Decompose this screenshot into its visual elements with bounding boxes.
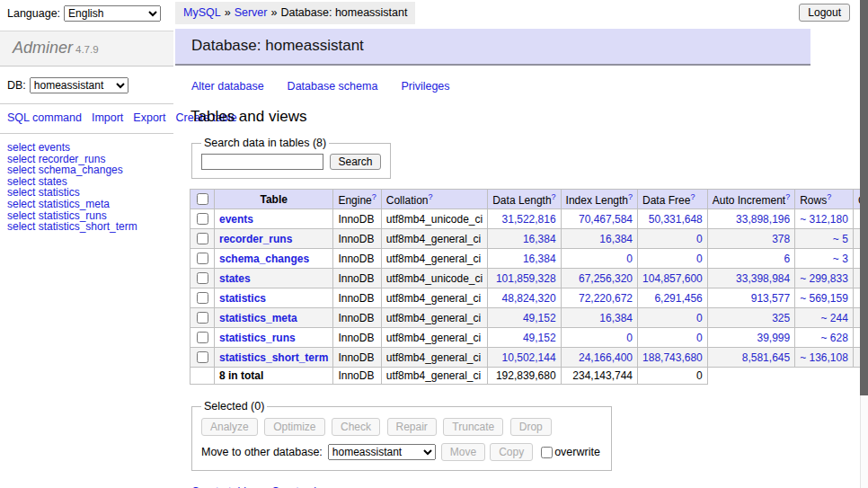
sidebar-item-select-statistics-short-term[interactable]: select statistics_short_term (7, 221, 173, 233)
auto-increment-value[interactable]: 33,898,196 (736, 213, 790, 226)
data-free-value[interactable]: 0 (696, 233, 703, 245)
row-checkbox[interactable] (197, 272, 208, 284)
truncate-button[interactable]: Truncate (443, 418, 503, 436)
auto-increment-value[interactable]: 6 (784, 253, 790, 265)
row-checkbox[interactable] (197, 312, 208, 324)
data-length-value[interactable]: 101,859,328 (496, 272, 556, 285)
logout-button[interactable]: Logout (799, 4, 850, 22)
table-link[interactable]: schema_changes (219, 253, 309, 265)
data-free-value[interactable]: 0 (696, 332, 703, 344)
table-link[interactable]: events (219, 213, 253, 226)
index-length-value[interactable]: 24,166,400 (579, 351, 633, 364)
db-select[interactable]: homeassistant (30, 77, 128, 93)
optimize-button[interactable]: Optimize (264, 418, 324, 436)
data-free-value[interactable]: 188,743,680 (642, 351, 703, 364)
move-button[interactable]: Move (441, 443, 485, 461)
table-link[interactable]: states (219, 272, 251, 285)
copy-button[interactable]: Copy (490, 443, 533, 461)
rows-count-value[interactable]: ~ 244 (821, 312, 848, 324)
auto-increment-value[interactable]: 39,999 (757, 332, 790, 344)
auto-increment-value[interactable]: 8,581,645 (742, 351, 790, 364)
check-button[interactable]: Check (332, 418, 380, 436)
table-link[interactable]: statistics (219, 292, 266, 305)
sidebar-item-select-schema-changes[interactable]: select schema_changes (7, 164, 173, 176)
index-length-value[interactable]: 67,256,320 (579, 272, 633, 285)
breadcrumb-server-link[interactable]: Server (235, 6, 268, 19)
row-checkbox[interactable] (197, 292, 208, 304)
row-checkbox[interactable] (197, 213, 208, 225)
data-length-value[interactable]: 49,152 (523, 312, 556, 324)
repair-button[interactable]: Repair (387, 418, 437, 436)
data-length-value[interactable]: 48,824,320 (502, 292, 556, 305)
help-icon[interactable]: ? (690, 192, 695, 201)
tables-and-views-heading: Tables and views (190, 108, 810, 126)
alter-database-link[interactable]: Alter database (191, 80, 264, 93)
row-checkbox[interactable] (197, 253, 208, 264)
index-length-value[interactable]: 0 (626, 253, 633, 265)
totals-data-free: 0 (638, 368, 708, 385)
help-icon[interactable]: ? (552, 192, 556, 201)
help-icon[interactable]: ? (628, 192, 633, 201)
sql-command-link[interactable]: SQL command (7, 111, 82, 124)
auto-increment-value[interactable]: 325 (772, 312, 790, 324)
table-link[interactable]: statistics_runs (219, 332, 296, 344)
scrollbar-track[interactable] (860, 0, 868, 488)
data-free-value[interactable]: 0 (696, 253, 703, 265)
search-button[interactable]: Search (330, 154, 380, 170)
data-free-value[interactable]: 0 (696, 312, 703, 324)
auto-increment-value[interactable]: 33,398,984 (736, 272, 790, 285)
breadcrumb-mysql-link[interactable]: MySQL (183, 6, 221, 19)
row-checkbox[interactable] (197, 332, 208, 343)
index-length-value[interactable]: 0 (626, 332, 633, 344)
rows-count-value[interactable]: ~ 312,180 (800, 213, 848, 226)
select-all-checkbox[interactable] (197, 193, 208, 205)
rows-count-value[interactable]: ~ 569,159 (800, 292, 848, 305)
data-free-value[interactable]: 104,857,600 (642, 272, 703, 285)
data-length-value[interactable]: 16,384 (523, 233, 556, 245)
index-length-value[interactable]: 72,220,672 (579, 292, 633, 305)
rows-count-value[interactable]: ~ 3 (833, 253, 848, 265)
privileges-link[interactable]: Privileges (401, 80, 449, 93)
overwrite-checkbox[interactable] (541, 447, 553, 458)
auto-increment-value[interactable]: 913,577 (751, 292, 790, 305)
rows-count-value[interactable]: ~ 136,108 (800, 351, 848, 364)
table-link[interactable]: recorder_runs (219, 233, 292, 245)
rows-count-value[interactable]: ~ 5 (833, 233, 848, 245)
search-fieldset: Search data in tables (8) Search (191, 137, 391, 179)
index-length-value[interactable]: 16,384 (599, 233, 633, 245)
search-input[interactable] (201, 154, 323, 170)
row-checkbox[interactable] (197, 351, 208, 363)
table-row: statistics_short_term InnoDB utf8mb4_gen… (190, 348, 868, 368)
index-length-value[interactable]: 16,384 (599, 312, 633, 324)
sidebar-item-select-events[interactable]: select events (7, 142, 173, 154)
data-length-value[interactable]: 31,522,816 (502, 213, 556, 226)
analyze-button[interactable]: Analyze (201, 418, 258, 436)
help-icon[interactable]: ? (372, 192, 376, 201)
language-select[interactable]: English (64, 5, 161, 22)
help-icon[interactable]: ? (785, 192, 790, 201)
data-length-value[interactable]: 10,502,144 (502, 351, 556, 364)
totals-collation: utf8mb4_general_ci (381, 368, 487, 385)
rows-count-value[interactable]: ~ 299,833 (800, 272, 848, 285)
export-link[interactable]: Export (133, 111, 165, 124)
table-link[interactable]: statistics_short_term (219, 351, 328, 364)
help-icon[interactable]: ? (428, 192, 432, 201)
help-icon[interactable]: ? (827, 192, 831, 201)
import-link[interactable]: Import (92, 111, 123, 124)
drop-button[interactable]: Drop (510, 418, 552, 436)
table-link[interactable]: statistics_meta (219, 312, 297, 324)
data-free-value[interactable]: 6,291,456 (654, 292, 702, 305)
sidebar-item-select-statistics-meta[interactable]: select statistics_meta (7, 199, 173, 210)
index-length-value[interactable]: 70,467,584 (579, 213, 633, 226)
data-free-value[interactable]: 50,331,648 (649, 213, 703, 226)
rows-count-value[interactable]: ~ 628 (821, 332, 848, 344)
row-checkbox[interactable] (197, 233, 208, 244)
scrollbar-thumb[interactable] (860, 0, 868, 395)
move-label: Move to other database: (201, 446, 323, 458)
data-length-value[interactable]: 16,384 (523, 253, 556, 265)
data-length-value[interactable]: 49,152 (523, 332, 556, 344)
move-database-select[interactable]: homeassistant (328, 444, 436, 460)
auto-increment-value[interactable]: 378 (772, 233, 790, 245)
breadcrumb-separator: » (225, 6, 231, 19)
database-schema-link[interactable]: Database schema (288, 80, 378, 93)
